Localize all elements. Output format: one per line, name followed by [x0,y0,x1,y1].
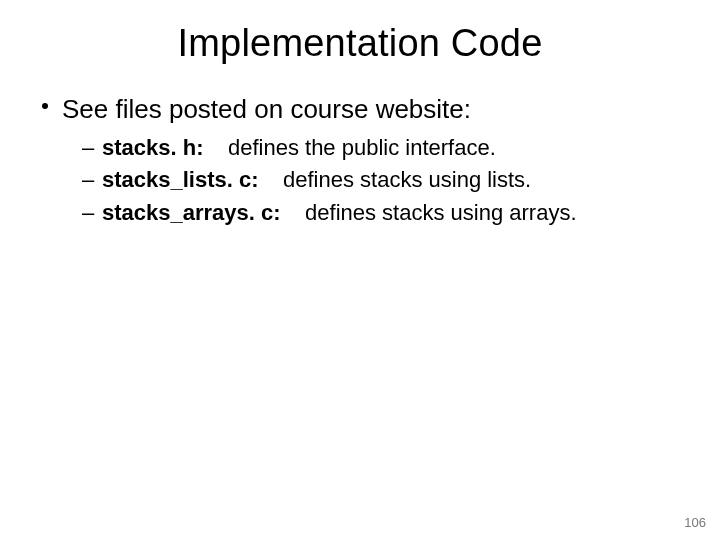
slide-title: Implementation Code [0,0,720,65]
dash-bullet-icon: – [82,199,94,228]
disc-bullet-icon [42,103,48,109]
file-desc-text: defines stacks using arrays. [305,200,576,225]
file-desc-text: defines stacks using lists. [283,167,531,192]
bullet-level2: – stacks_lists. c: defines stacks using … [38,166,682,195]
file-name: stacks_arrays. c: [102,200,281,225]
bullet-level1: See files posted on course website: [38,93,682,126]
bullet-level2: – stacks. h: defines the public interfac… [38,134,682,163]
file-desc [265,167,283,192]
page-number: 106 [684,515,706,530]
dash-bullet-icon: – [82,134,94,163]
file-name: stacks. h: [102,135,204,160]
dash-bullet-icon: – [82,166,94,195]
file-desc [210,135,228,160]
file-desc-text: defines the public interface. [228,135,496,160]
file-desc [287,200,305,225]
slide-body: See files posted on course website: – st… [0,65,720,227]
bullet-level2: – stacks_arrays. c: defines stacks using… [38,199,682,228]
file-name: stacks_lists. c: [102,167,259,192]
slide: Implementation Code See files posted on … [0,0,720,540]
intro-text: See files posted on course website: [62,94,471,124]
